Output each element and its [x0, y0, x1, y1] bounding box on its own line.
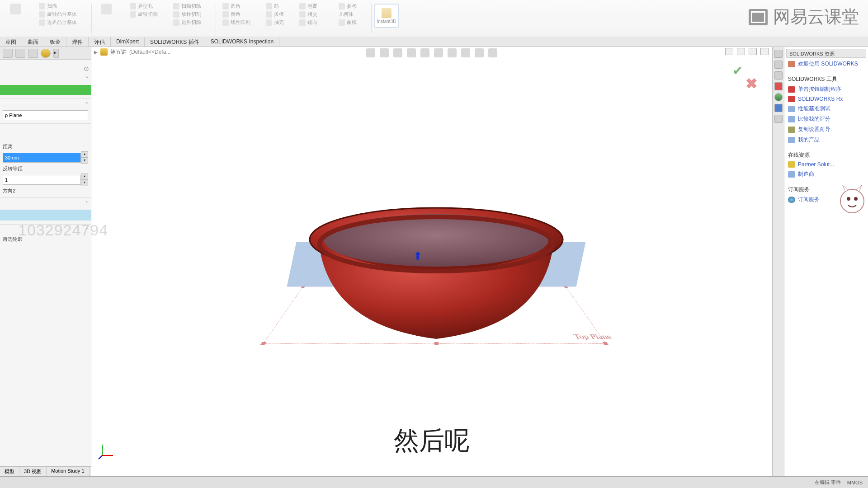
- edit-appearance-icon[interactable]: [461, 48, 470, 57]
- tab-dimxpert[interactable]: DimXpert: [111, 37, 145, 47]
- taskpane-link[interactable]: 我的产品: [786, 135, 866, 145]
- ribbon-item[interactable]: 圆角: [222, 3, 250, 9]
- prev-view-icon[interactable]: [393, 48, 402, 57]
- taskpane-explorer-icon[interactable]: [774, 71, 783, 80]
- ribbon-item[interactable]: 相交: [299, 11, 317, 18]
- tab-weldment[interactable]: 焊件: [66, 37, 89, 47]
- spin-up[interactable]: ▴: [81, 151, 88, 158]
- instances-input[interactable]: [3, 175, 81, 185]
- pm-tab-display[interactable]: [28, 49, 38, 58]
- spin-down[interactable]: ▾: [81, 180, 88, 186]
- loftcut-icon: [173, 11, 179, 18]
- taskpane-appearance-icon[interactable]: [774, 93, 783, 101]
- ribbon-item[interactable]: 旋转凸台基体: [39, 11, 77, 18]
- mfg-icon: [788, 171, 795, 178]
- taskpane-home-icon[interactable]: [774, 50, 783, 58]
- taskpane-welcome[interactable]: 欢迎使用 SOLIDWORKS: [786, 59, 866, 69]
- ribbon-item[interactable]: 放样切割: [173, 11, 201, 18]
- document-tab[interactable]: ▶ 第五讲 (Default<<Defa...: [94, 47, 170, 57]
- ribbon-item[interactable]: 线性阵列: [222, 19, 250, 26]
- ribbon-item[interactable]: 筋: [266, 3, 284, 9]
- second-reference-box[interactable]: [0, 210, 91, 221]
- pm-tab-feature[interactable]: [3, 49, 13, 58]
- tab-sheetmetal[interactable]: 钣金: [44, 37, 66, 47]
- pm-pin-icon[interactable]: ⊙: [84, 65, 89, 72]
- flip-checkbox-label[interactable]: 反转等距: [3, 165, 88, 172]
- taskpane-forum-icon[interactable]: [774, 115, 783, 123]
- ribbon-item[interactable]: 包覆: [299, 3, 317, 9]
- plane-handle[interactable]: [602, 342, 609, 345]
- taskpane-link[interactable]: 制造商: [786, 169, 866, 179]
- ribbon-item[interactable]: 边界切除: [173, 19, 201, 26]
- ribbon-item[interactable]: 几何体: [339, 11, 357, 18]
- confirm-cancel-icon[interactable]: ✖: [745, 75, 758, 92]
- tab-motion[interactable]: Motion Study 1: [47, 467, 89, 476]
- instant3d-button[interactable]: Instant3D: [374, 4, 399, 28]
- ribbon-item[interactable]: 曲线: [339, 19, 357, 26]
- confirm-ok-icon[interactable]: ✔: [732, 63, 747, 76]
- graphics-viewport[interactable]: ▶ 第五讲 (Default<<Defa... ✔ ✖: [91, 47, 772, 476]
- pm-ok-bar[interactable]: [0, 85, 91, 95]
- window-tile-icon[interactable]: [725, 48, 733, 55]
- plane-reference-input[interactable]: [3, 110, 88, 120]
- ribbon-item[interactable]: 旋转切除: [130, 11, 158, 18]
- taskpane-link[interactable]: 性能基准测试: [786, 103, 866, 114]
- tab-inspection[interactable]: SOLIDWORKS Inspection: [205, 37, 279, 47]
- zoom-area-icon[interactable]: [380, 48, 389, 57]
- apply-scene-icon[interactable]: [475, 48, 484, 57]
- status-units[interactable]: MMGS: [847, 480, 863, 485]
- taskpane-custom-icon[interactable]: [774, 104, 783, 112]
- benchmark-icon: [788, 106, 795, 112]
- collapse-icon[interactable]: ˄: [85, 201, 88, 207]
- ribbon-item[interactable]: 拔模: [266, 11, 284, 18]
- ribbon-item[interactable]: 边界凸台基体: [39, 19, 77, 26]
- ribbon-big-btn[interactable]: [98, 3, 114, 16]
- tab-surface[interactable]: 曲面: [22, 37, 44, 47]
- ribbon-item[interactable]: 异型孔: [130, 3, 158, 9]
- taskpane-link[interactable]: SOLIDWORKS Rx: [786, 94, 866, 103]
- direction-arrow-icon[interactable]: ⬆: [414, 250, 422, 262]
- taskpane-view-icon[interactable]: [774, 82, 783, 90]
- ribbon-item[interactable]: 扫描: [39, 3, 77, 9]
- ribbon-item[interactable]: 扫描切除: [173, 3, 201, 9]
- window-close-icon[interactable]: [760, 48, 769, 55]
- tree-arrow-icon[interactable]: ▶: [94, 50, 98, 55]
- collapse-icon[interactable]: ˄: [85, 102, 88, 108]
- window-max-icon[interactable]: [737, 48, 745, 55]
- spin-up[interactable]: ▴: [81, 174, 88, 180]
- ribbon-item[interactable]: 倒角: [222, 11, 250, 18]
- pm-tab-more[interactable]: ▸: [53, 49, 59, 58]
- ribbon-item[interactable]: 参考: [339, 3, 357, 9]
- window-min-icon[interactable]: [749, 48, 757, 55]
- instant3d-icon: [382, 8, 392, 18]
- view-orient-icon[interactable]: [420, 48, 429, 57]
- tab-3dview[interactable]: 3D 视图: [19, 467, 47, 476]
- collapse-icon[interactable]: ˄: [85, 76, 88, 82]
- offset-distance-input[interactable]: [3, 153, 81, 163]
- taskpane-link[interactable]: 比较我的评分: [786, 114, 866, 124]
- bowl-model[interactable]: [301, 190, 572, 361]
- taskpane-link[interactable]: 单击按钮编制程序: [786, 84, 866, 94]
- ribbon-item[interactable]: 抽壳: [266, 19, 284, 26]
- view-settings-icon[interactable]: [488, 48, 497, 57]
- taskpane-lib-icon[interactable]: [774, 61, 783, 69]
- orientation-triad[interactable]: [98, 442, 116, 460]
- section-view-icon[interactable]: [407, 48, 416, 57]
- taskpane-link[interactable]: Partner Solut...: [786, 160, 866, 169]
- zoom-fit-icon[interactable]: [366, 48, 375, 57]
- plane-handle[interactable]: [260, 342, 267, 345]
- spin-down[interactable]: ▾: [81, 158, 88, 164]
- tab-evaluate[interactable]: 评估: [89, 37, 111, 47]
- pm-tab-appearance[interactable]: [41, 49, 51, 58]
- tab-sketch[interactable]: 草图: [0, 37, 22, 47]
- svg-line-6: [99, 455, 102, 459]
- ribbon-big-btn[interactable]: [7, 3, 24, 16]
- display-style-icon[interactable]: [434, 48, 443, 57]
- ribbon-item[interactable]: 镜向: [299, 19, 317, 26]
- taskpane-header: SOLIDWORKS 资源: [786, 49, 866, 58]
- tab-model[interactable]: 模型: [0, 467, 19, 476]
- tab-addins[interactable]: SOLIDWORKS 插件: [145, 37, 205, 47]
- hide-show-icon[interactable]: [448, 48, 457, 57]
- taskpane-link[interactable]: 复制设置向导: [786, 124, 866, 135]
- pm-tab-config[interactable]: [15, 49, 25, 58]
